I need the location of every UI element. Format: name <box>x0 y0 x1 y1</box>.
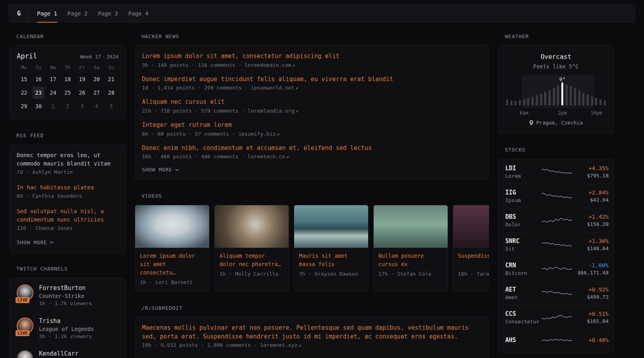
app-logo[interactable]: G <box>9 5 29 22</box>
weekday-label: Mo <box>18 65 30 70</box>
video-thumbnail <box>294 205 368 248</box>
tab-page-4[interactable]: Page 4 <box>128 5 149 22</box>
stock-change: -1.00% <box>572 262 609 268</box>
stocks-box: LDI Lorem +4.35% $795.18 IIG Ipsum <box>498 159 614 352</box>
twitch-section-title: TWITCH CHANNELS <box>16 266 126 272</box>
calendar-day: 16 <box>33 73 45 85</box>
stock-symbol: SNRC <box>505 237 542 245</box>
hackernews-item-meta: 16h · 468 points · 440 comments · loremt… <box>142 154 482 160</box>
stock-change: +0.92% <box>572 286 609 293</box>
video-card[interactable]: Suspendisse diam 18h · Tara <box>453 205 489 292</box>
twitch-channel-row[interactable]: LIVE Trisha League of Legends 3h · 1.2k … <box>17 317 118 340</box>
video-card[interactable]: Mauris sit amet massa felis 7h · Grayson… <box>294 205 369 292</box>
stock-change: +4.35% <box>572 165 609 171</box>
tab-page-2[interactable]: Page 2 <box>68 5 88 22</box>
stock-change: +0.51% <box>572 311 609 317</box>
video-meta: 1h · Molly Carrillo <box>219 271 284 278</box>
channel-info: KendallCarr <box>39 350 78 358</box>
page-tabs: Page 1 Page 2 Page 3 Page 4 <box>37 5 148 22</box>
stock-name: Sit <box>505 246 542 252</box>
hackernews-item-link[interactable]: Donec imperdiet augue tincidunt felis al… <box>142 75 482 84</box>
calendar-today: 23 <box>33 87 45 99</box>
stock-row[interactable]: AHS +0.46% <box>505 329 607 351</box>
dashboard-page: G Page 1 Page 2 Page 3 Page 4 CALENDAR A… <box>0 0 644 358</box>
weather-chart-bars <box>506 82 606 105</box>
hackernews-box: Lorem ipsum dolor sit amet, consectetur … <box>135 45 489 179</box>
stock-symbol: AET <box>505 286 542 293</box>
chevron-down-icon <box>50 241 54 243</box>
twitch-channel-row[interactable]: LIVE ForrestBurton Counter-Strike 1h · 1… <box>17 284 118 307</box>
stock-name: Amet <box>505 294 542 300</box>
calendar-box: April Week 17·2024 Mo Tu We Th Fr Sa Su <box>10 45 126 119</box>
hackernews-item-link[interactable]: Aliquam nec cursus elit <box>142 98 482 107</box>
stock-row[interactable]: SNRC Sit +1.36% $148.64 <box>505 232 607 257</box>
calendar-day: 21 <box>105 73 117 85</box>
middle-column: HACKER NEWS Lorem ipsum dolor sit amet, … <box>135 33 489 358</box>
calendar-day-next-month: 1 <box>47 100 59 112</box>
weather-feels-like: Feels like 5°C <box>504 63 608 70</box>
rss-item-link[interactable]: Sed volutpat nulla nisl, a condimentum n… <box>17 207 118 224</box>
calendar-day-next-month: 2 <box>62 100 74 112</box>
hackernews-item-link[interactable]: Donec enim nibh, condimentum et accumsan… <box>142 144 482 153</box>
calendar-day: 29 <box>18 100 30 112</box>
video-meta: 17h · Stefan Cole <box>378 271 443 278</box>
external-link-icon[interactable]: ↗ <box>295 85 299 91</box>
external-link-icon[interactable]: ↗ <box>286 154 289 160</box>
stock-row[interactable]: CCS Consectetur +0.51% $165.84 <box>505 305 607 329</box>
show-more-label: SHOW MORE <box>142 167 172 173</box>
stock-row[interactable]: IIG Ipsum +2.84% $42.04 <box>505 184 607 208</box>
video-card[interactable]: Nullam posuere cursus ex 17h · Stefan Co… <box>373 205 448 292</box>
hackernews-show-more-button[interactable]: SHOW MORE <box>142 167 179 173</box>
stock-sparkline <box>542 214 572 226</box>
channel-name[interactable]: KendallCarr <box>39 350 78 357</box>
stock-sparkline <box>542 287 572 299</box>
calendar-day-next-month: 4 <box>91 100 103 112</box>
calendar-section-title: CALENDAR <box>16 33 126 39</box>
hackernews-item-meta: 6h · 60 points · 57 comments · ipsumify.… <box>142 131 482 138</box>
channel-avatar-wrap: LIVE <box>17 317 33 334</box>
tab-page-1[interactable]: Page 1 <box>37 5 57 22</box>
hackernews-item-link[interactable]: Integer eget rutrum lorem <box>142 121 482 130</box>
calendar-day: 25 <box>62 87 74 99</box>
stock-price: $499.72 <box>572 294 609 300</box>
calendar-week-year: Week 17·2024 <box>80 54 118 60</box>
rss-item-link[interactable]: In hac habitasse platea <box>17 183 118 192</box>
rss-widget: RSS FEED Donec tempor eros leo, ut commo… <box>10 132 126 252</box>
hackernews-item-link[interactable]: Lorem ipsum dolor sit amet, consectetur … <box>142 52 482 61</box>
external-link-icon[interactable]: ↗ <box>295 108 299 114</box>
channel-avatar-wrap: LIVE <box>17 284 33 301</box>
video-card[interactable]: Lorem ipsum dolor sit amet consectetu… 1… <box>135 205 209 292</box>
video-thumbnail <box>374 205 448 248</box>
twitch-channel-row[interactable]: KendallCarr <box>17 350 118 358</box>
channel-name[interactable]: Trisha <box>39 317 94 325</box>
rss-item-link[interactable]: Donec tempor eros leo, ut commodo mauris… <box>17 151 118 168</box>
channel-info: Trisha League of Legends 3h · 1.2k viewe… <box>39 317 94 340</box>
channel-info: ForrestBurton Counter-Strike 1h · 1.7k v… <box>39 284 92 307</box>
channel-avatar <box>17 350 33 358</box>
hackernews-item: Donec imperdiet augue tincidunt felis al… <box>142 75 482 92</box>
video-card[interactable]: Aliquam tempor dolor nec pharetra… 1h · … <box>214 205 289 292</box>
stock-row[interactable]: CRN Bitcorn -1.00% $66,171.48 <box>505 257 607 281</box>
weather-section-title: WEATHER <box>505 33 614 39</box>
rss-box: Donec tempor eros leo, ut commodo mauris… <box>10 144 126 252</box>
external-link-icon[interactable]: ↗ <box>292 62 295 68</box>
channel-name[interactable]: ForrestBurton <box>39 284 92 292</box>
rss-show-more-button[interactable]: SHOW MORE <box>17 239 54 245</box>
stock-symbol: IIG <box>505 189 542 196</box>
calendar-month: April <box>17 52 37 60</box>
external-link-icon[interactable]: ↗ <box>277 131 280 137</box>
calendar-header: April Week 17·2024 <box>17 52 118 60</box>
stock-symbol: DBS <box>505 213 542 220</box>
stock-row[interactable]: AET Amet +0.92% $499.72 <box>505 281 607 305</box>
stock-sparkline <box>542 335 572 346</box>
chevron-down-icon <box>175 169 179 171</box>
stock-row[interactable]: DBS Dolor +1.42% $156.28 <box>505 208 607 232</box>
tab-page-3[interactable]: Page 3 <box>98 5 118 22</box>
subreddit-post-link[interactable]: Maecenas mollis pulvinar erat non posuer… <box>142 324 482 341</box>
stock-change: +2.84% <box>572 189 609 196</box>
channel-avatar-wrap <box>17 350 33 358</box>
live-badge: LIVE <box>16 330 29 336</box>
external-link-icon[interactable]: ↗ <box>298 342 301 348</box>
time-label: 2pm <box>558 110 567 116</box>
stock-row[interactable]: LDI Lorem +4.35% $795.18 <box>505 160 607 184</box>
